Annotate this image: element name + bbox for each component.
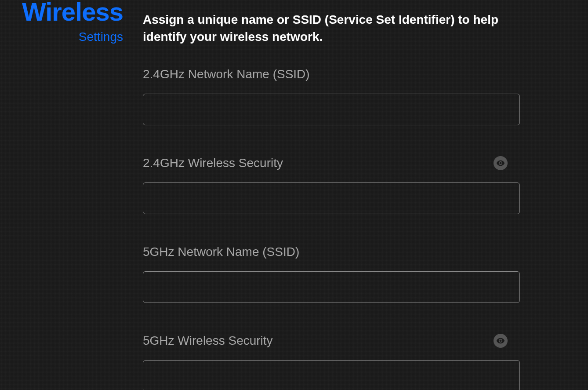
toggle-visibility-5-button[interactable] xyxy=(494,334,508,348)
field-group-ssid-24: 2.4GHz Network Name (SSID) xyxy=(143,67,522,125)
field-group-security-5: 5GHz Wireless Security xyxy=(143,334,522,390)
eye-icon xyxy=(496,159,505,168)
ssid-24-input[interactable] xyxy=(143,94,520,125)
field-label-row: 5GHz Network Name (SSID) xyxy=(143,245,520,259)
field-label-row: 2.4GHz Network Name (SSID) xyxy=(143,67,520,81)
page-description: Assign a unique name or SSID (Service Se… xyxy=(143,11,516,45)
security-24-label: 2.4GHz Wireless Security xyxy=(143,156,283,170)
toggle-visibility-24-button[interactable] xyxy=(494,156,508,170)
ssid-24-label: 2.4GHz Network Name (SSID) xyxy=(143,67,310,81)
security-24-input[interactable] xyxy=(143,182,520,214)
main-content: Assign a unique name or SSID (Service Se… xyxy=(127,0,588,390)
field-group-security-24: 2.4GHz Wireless Security xyxy=(143,156,522,214)
ssid-5-input[interactable] xyxy=(143,271,520,303)
page-container: Wireless Settings Assign a unique name o… xyxy=(0,0,588,390)
sidebar: Wireless Settings xyxy=(0,0,127,390)
sidebar-title: Wireless xyxy=(0,0,123,25)
eye-icon xyxy=(496,336,505,345)
field-label-row: 2.4GHz Wireless Security xyxy=(143,156,520,170)
security-5-label: 5GHz Wireless Security xyxy=(143,334,273,348)
sidebar-subtitle: Settings xyxy=(0,30,123,44)
field-group-ssid-5: 5GHz Network Name (SSID) xyxy=(143,245,522,303)
ssid-5-label: 5GHz Network Name (SSID) xyxy=(143,245,299,259)
security-5-input[interactable] xyxy=(143,360,520,390)
field-label-row: 5GHz Wireless Security xyxy=(143,334,520,348)
